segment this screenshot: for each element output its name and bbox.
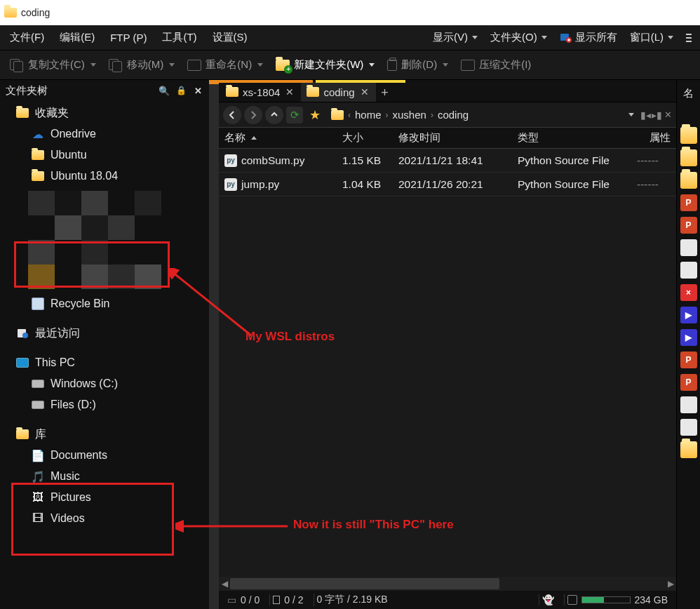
col-name[interactable]: 名称 bbox=[219, 131, 337, 145]
close-icon[interactable] bbox=[192, 85, 203, 96]
search-icon[interactable] bbox=[159, 85, 170, 96]
tree-item-music[interactable]: 🎵 Music bbox=[0, 466, 209, 487]
col-time[interactable]: 修改时间 bbox=[393, 131, 512, 145]
crumb-folder[interactable]: coding bbox=[438, 109, 469, 121]
right-pane-header[interactable]: 名 bbox=[677, 84, 700, 123]
menu-settings[interactable]: 设置(S) bbox=[208, 28, 252, 47]
nav-back-button[interactable] bbox=[223, 106, 241, 124]
tree-item-onedrive[interactable]: ☁ Onedrive bbox=[0, 123, 209, 145]
tree-item-drive-c[interactable]: Windows (C:) bbox=[0, 373, 209, 394]
menu-folders[interactable]: 文件夹(O) bbox=[487, 29, 550, 46]
tab-coding[interactable]: coding ✕ bbox=[301, 82, 375, 102]
app-icon[interactable]: × bbox=[680, 284, 697, 301]
scroll-track[interactable] bbox=[230, 578, 665, 589]
powerpoint-icon[interactable]: P bbox=[680, 374, 697, 391]
menu-ftp[interactable]: FTP (P) bbox=[106, 29, 151, 46]
chevron-down-icon[interactable] bbox=[628, 113, 634, 116]
new-folder-icon: + bbox=[276, 60, 290, 71]
scroll-thumb[interactable] bbox=[230, 578, 499, 589]
splitter[interactable] bbox=[209, 80, 219, 609]
menu-edit[interactable]: 编辑(E) bbox=[55, 28, 99, 47]
col-type[interactable]: 类型 bbox=[512, 131, 631, 145]
tree-item-ubuntu1804[interactable]: Ubuntu 18.04 bbox=[0, 166, 209, 187]
nav-bar: ⟳ ★ ‹ home › xushen › coding ▮◂ ▸▮ bbox=[219, 102, 676, 128]
menu-view[interactable]: 显示(V) bbox=[430, 29, 480, 46]
music-icon: 🎵 bbox=[31, 470, 45, 483]
python-file-icon: py bbox=[224, 154, 237, 167]
file-row[interactable]: py jump.py 1.04 KB 2021/11/26 20:21 Pyth… bbox=[219, 173, 676, 196]
status-hidden[interactable]: 👻 bbox=[539, 594, 557, 605]
tool-copy[interactable]: 复制文件(C) bbox=[6, 55, 100, 74]
tree-this-pc[interactable]: This PC bbox=[0, 352, 209, 373]
close-icon[interactable]: ✕ bbox=[284, 86, 295, 98]
tree-item-documents[interactable]: 📄 Documents bbox=[0, 445, 209, 466]
tree-item-recyclebin[interactable]: Recycle Bin bbox=[0, 293, 209, 314]
tree-item-label: Documents bbox=[51, 449, 107, 462]
status-bytes-text: 0 字节 / 2.19 KB bbox=[317, 594, 388, 606]
tree-libraries[interactable]: 库 bbox=[0, 424, 209, 445]
col-size[interactable]: 大小 bbox=[337, 131, 393, 145]
folder-icon[interactable] bbox=[680, 127, 697, 144]
horizontal-scrollbar[interactable]: ◀ ▶ bbox=[219, 577, 676, 591]
menu-overflow[interactable] bbox=[683, 31, 694, 45]
folder-icon[interactable] bbox=[680, 149, 697, 166]
tool-new-folder-label: 新建文件夹(W) bbox=[294, 58, 363, 72]
nav-favorite-button[interactable]: ★ bbox=[306, 106, 324, 124]
sidebar: 文件夹树 收藏夹 ☁ Onedrive Ubuntu Ubuntu 18.04 bbox=[0, 80, 209, 609]
tree-item-label: 库 bbox=[35, 427, 46, 442]
tree-item-label: Pictures bbox=[51, 491, 91, 504]
python-file-icon: py bbox=[224, 178, 237, 191]
tool-move[interactable]: 移动(M) bbox=[105, 55, 180, 74]
video-icon[interactable]: ▶ bbox=[680, 329, 697, 346]
recycle-bin-icon bbox=[32, 297, 44, 310]
document-icon[interactable] bbox=[680, 419, 697, 436]
powerpoint-icon[interactable]: P bbox=[680, 217, 697, 234]
breadcrumb[interactable]: ‹ home › xushen › coding bbox=[327, 106, 638, 124]
document-icon[interactable] bbox=[680, 396, 697, 413]
chevron-left-icon: ‹ bbox=[346, 110, 352, 120]
close-icon[interactable]: ✕ bbox=[359, 86, 370, 98]
tree-item-pictures[interactable]: 🖼 Pictures bbox=[0, 487, 209, 508]
col-attr[interactable]: 属性 bbox=[631, 131, 676, 145]
close-icon[interactable] bbox=[664, 108, 672, 122]
chevron-down-icon bbox=[668, 36, 673, 39]
nav-up-button[interactable] bbox=[265, 106, 283, 124]
powerpoint-icon[interactable]: P bbox=[680, 194, 697, 211]
video-icon[interactable]: ▶ bbox=[680, 307, 697, 323]
scroll-right-icon[interactable]: ▶ bbox=[665, 579, 676, 589]
document-icon[interactable] bbox=[680, 239, 697, 256]
file-time: 2021/11/26 20:21 bbox=[393, 178, 512, 191]
status-files: 0 / 2 bbox=[269, 594, 306, 605]
tool-rename[interactable]: 重命名(N) bbox=[183, 55, 267, 74]
lock-icon[interactable] bbox=[175, 85, 187, 96]
crumb-user[interactable]: xushen bbox=[393, 109, 426, 121]
folder-icon bbox=[307, 87, 319, 97]
tree-item-videos[interactable]: 🎞 Videos bbox=[0, 508, 209, 529]
crumb-home[interactable]: home bbox=[355, 109, 382, 121]
tree-item-drive-d[interactable]: Files (D:) bbox=[0, 394, 209, 415]
document-icon[interactable] bbox=[680, 262, 697, 279]
documents-icon: 📄 bbox=[31, 449, 45, 462]
tree-recent[interactable]: 最近访问 bbox=[0, 323, 209, 344]
tool-compress[interactable]: 压缩文件(I) bbox=[457, 55, 535, 74]
tab-xs1804[interactable]: xs-1804 ✕ bbox=[220, 82, 301, 102]
powerpoint-icon[interactable]: P bbox=[680, 352, 697, 368]
tool-delete[interactable]: 删除(D) bbox=[383, 55, 452, 74]
nav-forward-button[interactable] bbox=[244, 106, 262, 124]
nav-next-icon[interactable]: ▸▮ bbox=[652, 108, 661, 122]
tab-add-button[interactable]: + bbox=[376, 83, 394, 102]
tool-new-folder[interactable]: + 新建文件夹(W) bbox=[271, 55, 379, 74]
folder-tree: 收藏夹 ☁ Onedrive Ubuntu Ubuntu 18.04 bbox=[0, 101, 209, 609]
menu-window[interactable]: 窗口(L) bbox=[627, 29, 676, 46]
file-row[interactable]: py combSum.py 1.15 KB 2021/11/21 18:41 P… bbox=[219, 149, 676, 173]
scroll-left-icon[interactable]: ◀ bbox=[219, 579, 230, 589]
tree-favorites[interactable]: 收藏夹 bbox=[0, 102, 209, 123]
nav-refresh-button[interactable]: ⟳ bbox=[286, 107, 303, 123]
nav-prev-icon[interactable]: ▮◂ bbox=[641, 108, 649, 122]
folder-icon[interactable] bbox=[680, 172, 697, 189]
menu-file[interactable]: 文件(F) bbox=[6, 28, 48, 47]
folder-icon[interactable] bbox=[680, 441, 697, 458]
tree-item-ubuntu[interactable]: Ubuntu bbox=[0, 145, 209, 166]
menu-tools[interactable]: 工具(T) bbox=[158, 28, 201, 47]
menu-showall[interactable]: 显示所有 bbox=[557, 29, 620, 46]
